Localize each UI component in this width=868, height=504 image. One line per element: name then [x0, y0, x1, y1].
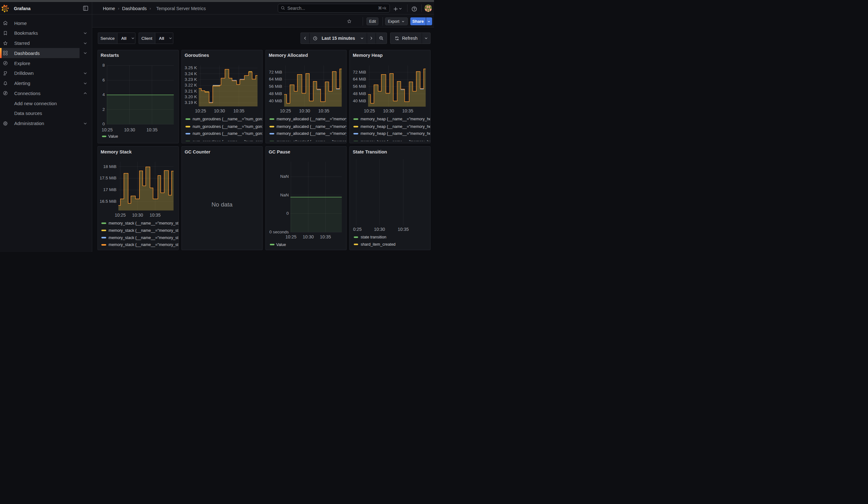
svg-text:memory_stack {__name__="memory: memory_stack {__name__="memory_stack", i… [108, 235, 178, 240]
svg-text:memory_allocated {__name__="me: memory_allocated {__name__="memory_alloc… [277, 132, 347, 136]
svg-text:10:30: 10:30 [303, 234, 314, 239]
svg-text:0 seconds: 0 seconds [269, 229, 289, 234]
svg-text:72 MiB: 72 MiB [269, 70, 282, 74]
svg-text:Value: Value [108, 134, 118, 138]
svg-text:3.23 K: 3.23 K [185, 77, 197, 82]
svg-text:10:25: 10:25 [115, 213, 126, 218]
svg-text:10:30: 10:30 [299, 108, 310, 113]
svg-text:10:30: 10:30 [132, 213, 143, 218]
svg-text:memory_heap {__name__="memory_: memory_heap {__name__="memory_heap", ins… [360, 132, 431, 136]
svg-text:40 MiB: 40 MiB [353, 99, 366, 103]
svg-text:17.5 MiB: 17.5 MiB [100, 176, 116, 180]
svg-text:memory_allocated {__name__="me: memory_allocated {__name__="memory_alloc… [277, 117, 347, 122]
svg-text:10:25: 10:25 [285, 234, 296, 239]
svg-text:10:25: 10:25 [280, 108, 291, 113]
svg-text:18 MiB: 18 MiB [103, 164, 116, 169]
svg-text:Value: Value [276, 242, 286, 247]
svg-text:10:30: 10:30 [124, 127, 135, 132]
svg-text:4: 4 [102, 93, 105, 97]
svg-text:memory_allocated {__name__="me: memory_allocated {__name__="memory_alloc… [277, 124, 347, 129]
svg-text:10:30: 10:30 [374, 226, 385, 232]
svg-text:10:25: 10:25 [195, 108, 206, 113]
svg-text:72 MiB: 72 MiB [353, 70, 366, 74]
svg-text:10:25: 10:25 [101, 127, 112, 132]
svg-text:56 MiB: 56 MiB [269, 84, 282, 89]
svg-text:8: 8 [102, 63, 105, 68]
svg-text:10:35: 10:35 [320, 234, 331, 239]
svg-text:memory_allocated {__name__="me: memory_allocated {__name__="memory_alloc… [277, 140, 347, 143]
svg-text:0: 0 [102, 122, 105, 127]
svg-text:state transition: state transition [361, 235, 386, 239]
svg-text:10:30: 10:30 [383, 108, 394, 113]
svg-text:10:35: 10:35 [149, 213, 161, 218]
svg-text:NaN: NaN [280, 174, 289, 179]
svg-text:56 MiB: 56 MiB [353, 84, 366, 89]
svg-text:10:35: 10:35 [398, 226, 409, 232]
svg-text:memory_stack {__name__="memory: memory_stack {__name__="memory_stack", i… [108, 221, 178, 225]
svg-text:shard_item_created: shard_item_created [361, 242, 395, 247]
svg-text:10:35: 10:35 [146, 127, 157, 132]
svg-text:0: 0 [286, 211, 289, 216]
svg-text:3.19 K: 3.19 K [185, 100, 197, 105]
svg-text:10:35: 10:35 [402, 108, 413, 113]
svg-text:memory_heap {__name__="memory_: memory_heap {__name__="memory_heap", ins… [360, 124, 431, 129]
svg-text:10:25: 10:25 [364, 108, 375, 113]
svg-text:NaN: NaN [280, 192, 289, 197]
svg-text:48 MiB: 48 MiB [353, 91, 366, 96]
svg-text:num_goroutines {__name__="num_: num_goroutines {__name__="num_goroutines… [193, 117, 262, 122]
svg-text:num_goroutines {__name__="num_: num_goroutines {__name__="num_goroutines… [193, 140, 262, 143]
svg-text:16.5 MiB: 16.5 MiB [100, 199, 116, 204]
svg-text:48 MiB: 48 MiB [269, 91, 282, 96]
svg-text:6: 6 [102, 78, 105, 82]
svg-text:17 MiB: 17 MiB [103, 187, 116, 192]
svg-text:10:30: 10:30 [214, 108, 225, 113]
svg-text:memory_stack {__name__="memory: memory_stack {__name__="memory_stack", i… [108, 243, 178, 247]
svg-text:3.24 K: 3.24 K [185, 71, 197, 76]
svg-text:10:35: 10:35 [318, 108, 329, 113]
svg-text:10:35: 10:35 [233, 108, 244, 113]
svg-text:3.25 K: 3.25 K [185, 65, 197, 70]
svg-text:3.20 K: 3.20 K [185, 94, 197, 99]
svg-text:2: 2 [102, 107, 105, 112]
svg-text:40 MiB: 40 MiB [269, 99, 282, 103]
svg-text:num_goroutines {__name__="num_: num_goroutines {__name__="num_goroutines… [193, 124, 262, 129]
svg-text:memory_heap {__name__="memory_: memory_heap {__name__="memory_heap", ins… [360, 117, 431, 122]
svg-text:memory_stack {__name__="memory: memory_stack {__name__="memory_stack", i… [108, 228, 178, 233]
svg-text:3.21 K: 3.21 K [185, 89, 197, 93]
svg-text:num_goroutines {__name__="num_: num_goroutines {__name__="num_goroutines… [193, 132, 262, 136]
svg-text:3.22 K: 3.22 K [185, 83, 197, 88]
svg-text:10:25: 10:25 [351, 226, 362, 232]
svg-text:64 MiB: 64 MiB [353, 77, 366, 82]
svg-text:memory_heap {__name__="memory_: memory_heap {__name__="memory_heap", ins… [360, 140, 431, 143]
svg-text:64 MiB: 64 MiB [269, 77, 282, 82]
